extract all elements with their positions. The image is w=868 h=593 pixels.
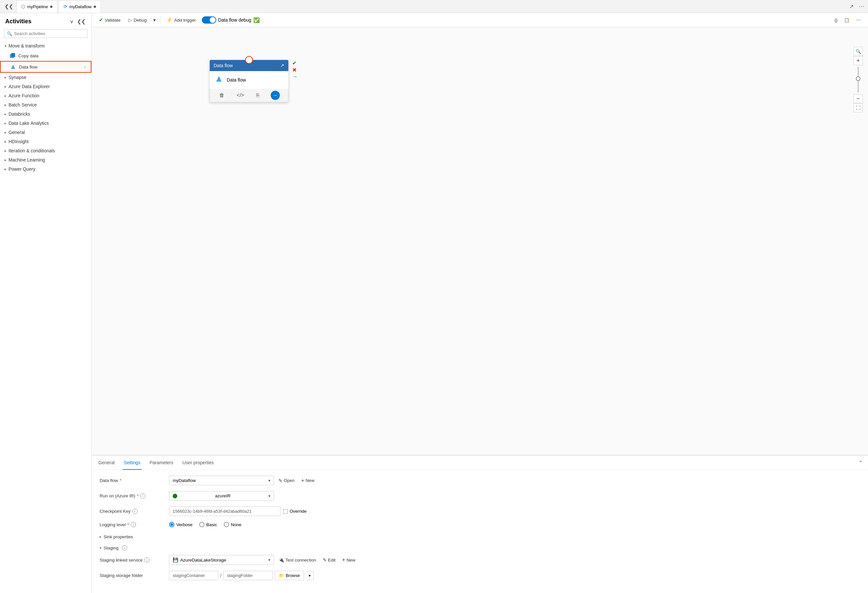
drag-handle-icon: ≡ bbox=[84, 65, 86, 69]
tab-dataflow[interactable]: ⟳ myDataflow bbox=[59, 0, 101, 13]
ellipsis-icon[interactable]: ⋯ bbox=[858, 2, 865, 11]
plus-icon: + bbox=[342, 557, 345, 563]
browse-btn[interactable]: 📁 Browse bbox=[275, 571, 304, 580]
panel-collapse-btn[interactable]: ⌃ bbox=[859, 460, 863, 466]
run-on-dropdown[interactable]: azureIR ▾ bbox=[169, 491, 274, 501]
search-input[interactable] bbox=[14, 31, 84, 36]
add-trigger-btn[interactable]: ⚡ Add trigger bbox=[164, 16, 198, 24]
validate-label: Validate bbox=[105, 18, 121, 23]
sidebar-section-data-lake-analytics[interactable]: ▸ Data Lake Analytics bbox=[0, 119, 92, 128]
node-fail-btn[interactable]: ✖ bbox=[292, 67, 298, 73]
monitor-btn[interactable]: 📋 bbox=[842, 16, 852, 24]
tab-pipeline[interactable]: ⬡ myPipeline bbox=[16, 0, 58, 13]
sidebar-section-databricks[interactable]: ▸ Databricks bbox=[0, 109, 92, 119]
staging-container-input[interactable] bbox=[169, 571, 218, 580]
new-staging-btn[interactable]: + New bbox=[340, 556, 357, 564]
test-connection-btn[interactable]: 🔌 Test connection bbox=[276, 556, 318, 564]
zoom-slider-thumb[interactable] bbox=[856, 76, 861, 81]
checkpoint-key-input[interactable] bbox=[169, 506, 280, 516]
sidebar-collapse-btn[interactable]: ∨ bbox=[69, 18, 74, 25]
override-checkbox[interactable] bbox=[283, 509, 288, 514]
staging-linked-service-info-icon[interactable]: i bbox=[144, 557, 149, 562]
zoom-controls: 🔍 + − ⛶ bbox=[853, 47, 863, 112]
chevron-right-icon: ▸ bbox=[4, 121, 7, 125]
sidebar-section-hdinsight[interactable]: ▸ HDInsight bbox=[0, 137, 92, 146]
sink-properties-row[interactable]: ▸ Sink properties bbox=[100, 533, 860, 541]
data-flow-dropdown[interactable]: myDataflow ▾ bbox=[169, 476, 274, 485]
validate-btn[interactable]: ✔ Validate bbox=[97, 16, 123, 24]
expand-icon[interactable]: ↗ bbox=[848, 2, 855, 11]
sidebar-section-general[interactable]: ▸ General bbox=[0, 128, 92, 137]
section-azure-data-explorer-label: Azure Data Explorer bbox=[9, 84, 50, 89]
zoom-out-btn[interactable]: − bbox=[853, 94, 863, 103]
node-copy-btn[interactable]: ⎘ bbox=[255, 91, 260, 99]
logging-level-info-icon[interactable]: i bbox=[131, 522, 136, 527]
sidebar-section-iteration-conditionals[interactable]: ▸ Iteration & conditionals bbox=[0, 146, 92, 155]
tab-settings-label: Settings bbox=[124, 460, 140, 465]
run-on-control: azureIR ▾ bbox=[169, 491, 860, 501]
debug-btn[interactable]: ▷ Debug bbox=[127, 16, 149, 24]
staging-linked-service-value: AzureDataLakeStorage bbox=[180, 558, 226, 562]
toggle-knob bbox=[210, 17, 216, 23]
open-dataflow-btn[interactable]: ✎ Open bbox=[276, 477, 297, 485]
sidebar-controls: ∨ ❮❮ bbox=[69, 18, 86, 25]
radio-verbose[interactable]: Verbose bbox=[169, 522, 193, 527]
tab-user-properties[interactable]: User properties bbox=[181, 456, 215, 470]
more-options-btn[interactable]: ⋯ bbox=[854, 16, 863, 24]
new-dataflow-btn[interactable]: + New bbox=[299, 476, 316, 485]
sidebar-section-synapse[interactable]: ▸ Synapse bbox=[0, 73, 92, 82]
staging-linked-service-control: 💾 AzureDataLakeStorage ▾ 🔌 Test connecti… bbox=[169, 555, 860, 565]
chevron-right-icon: ▸ bbox=[4, 167, 7, 171]
node-delete-btn[interactable]: 🗑 bbox=[218, 91, 226, 99]
checkpoint-key-info-icon[interactable]: i bbox=[132, 509, 137, 514]
radio-basic[interactable]: Basic bbox=[199, 522, 217, 527]
edit-staging-btn[interactable]: ✎ Edit bbox=[321, 556, 338, 564]
staging-info-icon[interactable]: i bbox=[122, 545, 127, 550]
sidebar-section-azure-data-explorer[interactable]: ▸ Azure Data Explorer bbox=[0, 82, 92, 91]
zoom-fit-btn[interactable]: ⛶ bbox=[853, 103, 863, 112]
canvas-area[interactable]: Data flow ↗ Data flow bbox=[92, 27, 868, 456]
pencil-icon: ✎ bbox=[323, 557, 327, 562]
node-success-btn[interactable]: ✔ bbox=[292, 60, 298, 66]
collapse-sidebar-btn[interactable]: ❮❮ bbox=[3, 2, 15, 11]
radio-verbose-outer bbox=[169, 522, 174, 527]
data-flow-debug-toggle[interactable] bbox=[202, 16, 216, 24]
override-checkbox-label[interactable]: Override bbox=[283, 509, 307, 514]
sidebar-section-move-transform[interactable]: ▾ Move & transform bbox=[0, 41, 92, 50]
node-status-btns: ✔ ✖ → bbox=[292, 60, 298, 80]
radio-none[interactable]: None bbox=[224, 522, 242, 527]
chevron-down-icon: ▾ bbox=[154, 17, 156, 23]
form-row-run-on: Run on (Azure IR) * i azureIR ▾ bbox=[100, 491, 860, 501]
zoom-search-btn[interactable]: 🔍 bbox=[853, 47, 863, 56]
browse-chevron-btn[interactable]: ▾ bbox=[306, 571, 314, 580]
run-on-info-icon[interactable]: i bbox=[140, 493, 146, 499]
staging-row[interactable]: ▾ Staging i bbox=[100, 544, 860, 552]
sidebar-section-power-query[interactable]: ▸ Power Query bbox=[0, 164, 92, 174]
logging-level-label-text: Logging level bbox=[100, 522, 126, 527]
sidebar-hide-btn[interactable]: ❮❮ bbox=[76, 18, 86, 25]
node-open-btn[interactable]: ↗ bbox=[280, 63, 285, 68]
sidebar-item-data-flow[interactable]: Data flow ≡ bbox=[0, 61, 92, 73]
sidebar-section-machine-learning[interactable]: ▸ Machine Learning bbox=[0, 155, 92, 164]
node-body: Data flow bbox=[210, 71, 288, 89]
tab-settings[interactable]: Settings bbox=[123, 456, 142, 470]
tab-parameters[interactable]: Parameters bbox=[148, 456, 174, 470]
pipeline-unsaved-dot bbox=[50, 6, 52, 8]
sidebar-header: Activities ∨ ❮❮ bbox=[0, 13, 92, 28]
node-code-btn[interactable]: </> bbox=[236, 91, 245, 99]
sidebar-section-batch-service[interactable]: ▸ Batch Service bbox=[0, 100, 92, 109]
run-on-dropdown-value: azureIR bbox=[215, 493, 230, 498]
sidebar-section-azure-function[interactable]: ▸ Azure Function bbox=[0, 91, 92, 100]
zoom-in-btn[interactable]: + bbox=[853, 56, 863, 65]
sidebar-item-copy-data[interactable]: Copy data ≡ bbox=[0, 50, 92, 61]
node-next-btn[interactable]: → bbox=[271, 91, 280, 100]
node-card[interactable]: Data flow ↗ Data flow bbox=[210, 60, 288, 102]
node-skip-btn[interactable]: → bbox=[292, 74, 298, 80]
tab-general[interactable]: General bbox=[97, 456, 116, 470]
logging-radio-group: Verbose Basic None bbox=[169, 522, 242, 527]
code-view-btn[interactable]: {} bbox=[833, 16, 840, 24]
staging-folder-input[interactable] bbox=[223, 571, 273, 580]
radio-verbose-inner bbox=[170, 523, 173, 526]
staging-linked-service-dropdown[interactable]: 💾 AzureDataLakeStorage ▾ bbox=[169, 555, 274, 565]
dropdown-arrow-btn[interactable]: ▾ bbox=[153, 16, 156, 24]
